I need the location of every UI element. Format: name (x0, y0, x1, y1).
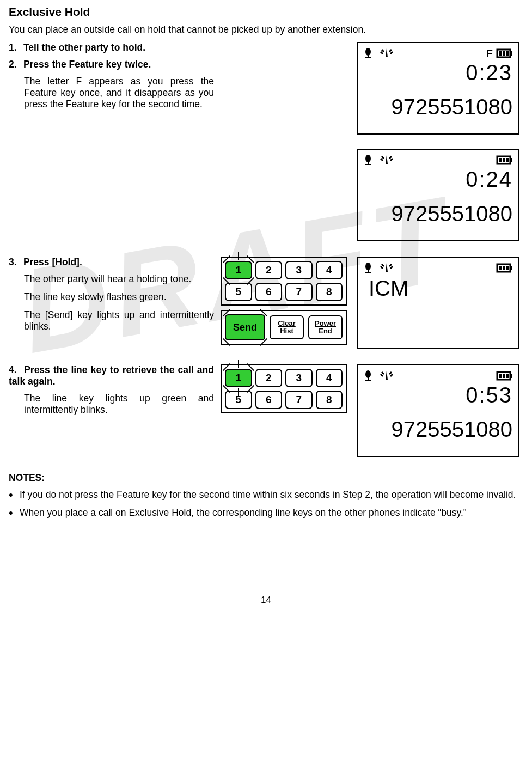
svg-rect-2 (365, 57, 371, 58)
line-key-6[interactable]: 6 (255, 391, 283, 409)
clear-label: Clear (278, 320, 296, 327)
antenna-icon (380, 262, 394, 274)
step-4-num: 4. (9, 364, 21, 376)
svg-rect-16 (503, 158, 505, 162)
svg-rect-7 (503, 51, 505, 56)
svg-rect-24 (499, 266, 502, 270)
lcd-timer: 0:24 (363, 167, 512, 192)
svg-point-27 (365, 370, 371, 378)
step-3-head: Press [Hold]. (23, 257, 82, 267)
line-key-4[interactable]: 4 (316, 369, 343, 387)
line-key-6[interactable]: 6 (255, 283, 283, 301)
svg-marker-21 (386, 263, 388, 272)
svg-rect-34 (503, 374, 505, 378)
page-title: Exclusive Hold (9, 5, 523, 19)
line-key-3[interactable]: 3 (285, 261, 313, 279)
battery-icon (496, 48, 512, 59)
function-row: Send Clear Hist Power End (221, 310, 347, 345)
line-keypad: 1 2 3 4 5 6 7 8 (221, 257, 347, 306)
step-3-num: 3. (9, 257, 21, 268)
step-3-body-1: The other party will hear a holding tone… (24, 273, 214, 285)
svg-rect-15 (499, 158, 502, 162)
svg-rect-25 (503, 266, 505, 270)
lcd-screen-2: 0:24 9725551080 (357, 149, 519, 241)
line-key-8[interactable]: 8 (316, 391, 343, 409)
line-key-2[interactable]: 2 (255, 261, 283, 279)
svg-rect-26 (506, 266, 509, 270)
antenna-icon (380, 47, 394, 59)
keypad-step3: 1 2 3 4 5 6 7 8 Send Clear Hist (221, 257, 347, 345)
mute-icon (363, 263, 373, 273)
step-2: 2. Press the Feature key twice. (9, 59, 214, 70)
step-2-head: Press the Feature key twice. (23, 59, 151, 70)
svg-rect-23 (510, 266, 512, 270)
note-2: When you place a call on Exclusive Hold,… (9, 507, 523, 519)
lcd-number: 9725551080 (363, 417, 512, 442)
battery-icon (496, 155, 512, 166)
antenna-icon (380, 154, 394, 166)
send-button[interactable]: Send (225, 314, 265, 340)
step-3: 3. Press [Hold]. (9, 257, 214, 268)
lcd-timer: 0:23 (363, 60, 512, 85)
end-label: End (319, 327, 332, 335)
svg-rect-35 (506, 374, 509, 378)
notes-heading: NOTES: (9, 472, 523, 484)
line-key-3[interactable]: 3 (285, 369, 313, 387)
step-2-body: The letter F appears as you press the Fe… (24, 76, 214, 110)
svg-rect-32 (510, 374, 512, 378)
svg-marker-12 (386, 155, 388, 164)
step-4-head: Press the line key to retrieve the call … (9, 364, 214, 387)
svg-rect-29 (365, 380, 371, 381)
svg-marker-30 (386, 371, 388, 380)
line-key-7[interactable]: 7 (285, 391, 313, 409)
keypad-step4: 1 2 3 4 5 6 7 8 (221, 364, 347, 413)
lcd-screen-1: F 0:23 9725551080 (357, 42, 519, 135)
power-label: Power (315, 320, 336, 327)
battery-icon (496, 263, 512, 273)
hist-label: Hist (280, 327, 293, 335)
lcd-number: 9725551080 (363, 202, 512, 226)
line-key-1[interactable]: 1 (225, 369, 252, 387)
line-key-2[interactable]: 2 (255, 369, 283, 387)
f-indicator: F (486, 47, 493, 60)
svg-rect-5 (510, 51, 512, 56)
svg-rect-14 (510, 158, 512, 162)
mute-icon (363, 48, 373, 59)
line-key-8[interactable]: 8 (316, 283, 343, 301)
svg-rect-6 (499, 51, 502, 56)
line-key-1[interactable]: 1 (225, 261, 252, 279)
svg-marker-3 (386, 48, 388, 57)
clear-hist-button[interactable]: Clear Hist (270, 315, 304, 339)
svg-rect-33 (499, 374, 502, 378)
step-4-body: The line key lights up green and intermi… (24, 393, 214, 416)
lcd-label: ICM (363, 276, 512, 301)
lcd-timer: 0:53 (363, 383, 512, 407)
step-3-body-3: The [Send] key lights up and intermitten… (24, 309, 214, 332)
step-1: 1. Tell the other party to hold. (9, 42, 214, 53)
svg-point-9 (365, 155, 371, 162)
line-key-5[interactable]: 5 (225, 283, 252, 301)
lcd-number: 9725551080 (363, 95, 512, 119)
step-4: 4. Press the line key to retrieve the ca… (9, 364, 214, 387)
line-key-4[interactable]: 4 (316, 261, 343, 279)
svg-rect-11 (365, 164, 371, 165)
svg-point-18 (365, 263, 371, 270)
step-1-head: Tell the other party to hold. (23, 42, 145, 53)
battery-icon (496, 370, 512, 381)
power-end-button[interactable]: Power End (308, 315, 343, 339)
svg-point-0 (365, 48, 371, 56)
lcd-screen-3: ICM (357, 257, 519, 349)
line-key-7[interactable]: 7 (285, 283, 313, 301)
mute-icon (363, 370, 373, 381)
svg-rect-20 (365, 272, 371, 273)
svg-rect-8 (506, 51, 509, 56)
page-number: 14 (9, 595, 523, 606)
mute-icon (363, 155, 373, 166)
intro-text: You can place an outside call on hold th… (9, 24, 523, 35)
step-1-num: 1. (9, 42, 21, 53)
svg-rect-17 (506, 158, 509, 162)
lcd-screen-4: 0:53 9725551080 (357, 364, 519, 457)
step-3-body-2: The line key slowly flashes green. (24, 291, 214, 303)
line-keypad: 1 2 3 4 5 6 7 8 (221, 364, 347, 413)
antenna-icon (380, 370, 394, 382)
